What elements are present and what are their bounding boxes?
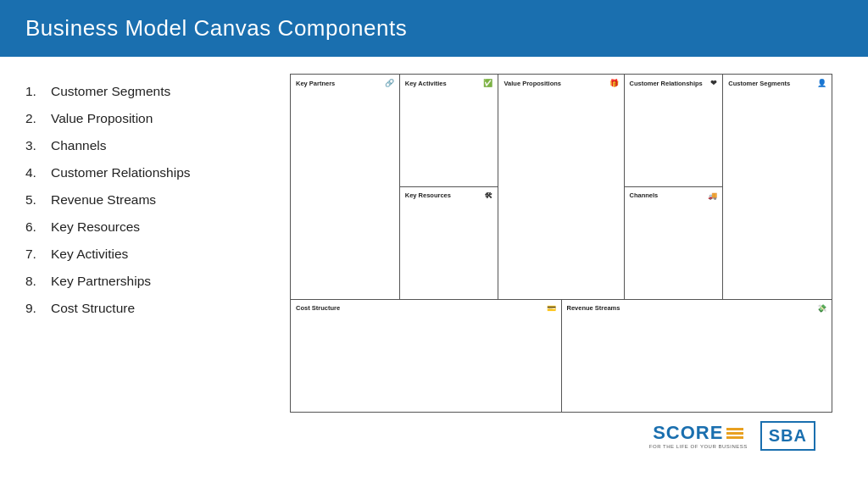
canvas-cell-key-partners: Key Partners 🔗 [291, 75, 400, 299]
list-item-label: Key Resources [51, 219, 140, 235]
score-tagline: FOR THE LIFE OF YOUR BUSINESS [649, 444, 748, 449]
cell-label-key-activities: Key Activities ✅ [405, 79, 493, 87]
list-item: 9. Cost Structure [25, 295, 263, 322]
slide: Business Model Canvas Components 1. Cust… [0, 0, 868, 488]
key-resources-icon: 🛠 [485, 191, 492, 200]
list-number: 6. [25, 219, 44, 235]
list-item-label: Key Partnerships [51, 274, 151, 289]
list-number: 3. [25, 138, 44, 153]
list-number: 1. [25, 84, 44, 99]
key-partners-icon: 🔗 [385, 79, 394, 87]
list-item: 7. Key Activities [25, 241, 263, 268]
list-item-label: Channels [51, 138, 107, 153]
canvas-cell-customer-segments: Customer Segments 👤 [723, 75, 832, 299]
list-number: 4. [25, 165, 44, 180]
list-item: 2. Value Proposition [25, 105, 263, 132]
list-item-label: Customer Relationships [51, 165, 191, 180]
canvas-cell-key-resources: Key Resources 🛠 [400, 187, 498, 299]
list-item-label: Cost Structure [51, 301, 135, 316]
cost-structure-icon: 💳 [547, 304, 556, 313]
canvas-cell-revenue-streams: Revenue Streams 💸 [562, 300, 832, 412]
value-propositions-icon: 🎁 [609, 79, 619, 87]
slide-header: Business Model Canvas Components [0, 0, 868, 57]
canvas-cell-activities-resources: Key Activities ✅ Key Resources 🛠 [400, 75, 499, 299]
list-number: 9. [25, 301, 44, 316]
channels-icon: 🚚 [708, 191, 717, 200]
list-item: 6. Key Resources [25, 214, 263, 241]
list-item: 5. Revenue Streams [25, 186, 263, 214]
list-item: 4. Customer Relationships [25, 159, 263, 186]
cell-label-key-partners: Key Partners 🔗 [296, 79, 394, 87]
list-number: 8. [25, 274, 44, 289]
score-logo: SCORE FOR THE LIFE OF YOUR BUSINESS [649, 424, 748, 449]
customer-relationships-icon: ❤ [710, 79, 717, 87]
sba-logo: SBA [760, 421, 815, 451]
slide-title: Business Model Canvas Components [25, 15, 407, 41]
list-item-label: Customer Segments [51, 84, 170, 99]
business-model-canvas: Key Partners 🔗 Key Activities ✅ [290, 74, 832, 413]
canvas-cell-cost-structure: Cost Structure 💳 [291, 300, 562, 412]
footer-logos: SCORE FOR THE LIFE OF YOUR BUSINESS SBA [290, 418, 832, 458]
list-item-label: Key Activities [51, 247, 128, 262]
list-number: 5. [25, 192, 44, 208]
list-item: 8. Key Partnerships [25, 268, 263, 295]
cell-label-revenue-streams: Revenue Streams 💸 [567, 304, 827, 313]
canvas-top-row: Key Partners 🔗 Key Activities ✅ [291, 75, 832, 300]
list-item-label: Value Proposition [51, 111, 153, 126]
cell-label-value-propositions: Value Propositions 🎁 [504, 79, 618, 87]
score-text: SCORE [653, 424, 723, 442]
canvas-cell-customer-relationships: Customer Relationships ❤ [625, 75, 723, 187]
canvas-bottom-row: Cost Structure 💳 Revenue Streams 💸 [291, 300, 832, 412]
component-list: 1. Customer Segments 2. Value Propositio… [25, 74, 263, 480]
cell-label-customer-relationships: Customer Relationships ❤ [630, 79, 718, 87]
customer-segments-icon: 👤 [817, 79, 826, 87]
canvas-cell-value-propositions: Value Propositions 🎁 [498, 75, 624, 299]
list-item-label: Revenue Streams [51, 192, 156, 208]
list-item: 3. Channels [25, 132, 263, 159]
sba-text: SBA [769, 426, 807, 446]
cell-label-channels: Channels 🚚 [630, 191, 718, 200]
canvas-cell-channels: Channels 🚚 [625, 187, 723, 299]
list-number: 7. [25, 247, 44, 262]
canvas-section: Key Partners 🔗 Key Activities ✅ [280, 74, 843, 480]
key-activities-icon: ✅ [483, 79, 492, 87]
cell-label-key-resources: Key Resources 🛠 [405, 191, 493, 200]
list-number: 2. [25, 111, 44, 126]
revenue-streams-icon: 💸 [817, 304, 826, 313]
cell-label-cost-structure: Cost Structure 💳 [296, 304, 556, 313]
canvas-cell-cr-channels: Customer Relationships ❤ Channels 🚚 [625, 75, 724, 299]
list-item: 1. Customer Segments [25, 78, 263, 105]
canvas-cell-key-activities: Key Activities ✅ [400, 75, 498, 187]
cell-label-customer-segments: Customer Segments 👤 [728, 79, 826, 87]
content-area: 1. Customer Segments 2. Value Propositio… [0, 57, 868, 488]
